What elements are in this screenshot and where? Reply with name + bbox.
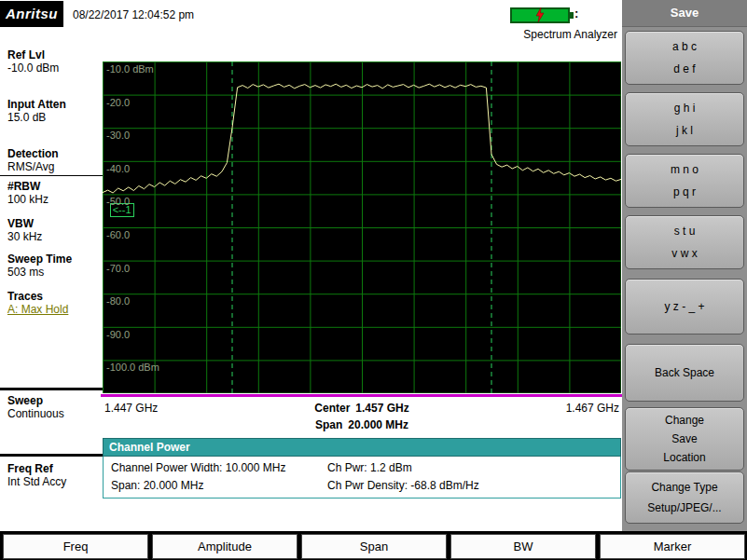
setting-detection: Detection RMS/Avg: [7, 147, 59, 173]
battery-icon: [510, 7, 570, 23]
setting-label: VBW: [7, 217, 42, 230]
softkey-stu-vwx[interactable]: s t u v w x: [625, 215, 744, 269]
y-axis-tick-label: -70.0: [106, 264, 130, 274]
anritsu-logo: Anritsu: [0, 1, 63, 27]
setting-sweep: Sweep Continuous: [7, 394, 64, 420]
setting-ref-level: Ref Lvl -10.0 dBm: [7, 48, 59, 75]
softkey-line: p q r: [673, 185, 696, 198]
setting-value: 15.0 dB: [7, 111, 66, 124]
menu-freq-button[interactable]: Freq: [3, 534, 148, 559]
menu-marker-button[interactable]: Marker: [600, 534, 745, 559]
settings-sidebar: Ref Lvl -10.0 dBm Input Atten 15.0 dB De…: [0, 28, 103, 531]
channel-power-panel: Channel Power Channel Power Width: 10.00…: [103, 438, 621, 499]
setting-label: Input Atten: [7, 98, 66, 111]
setting-freq-ref: Freq Ref Int Std Accy: [7, 462, 66, 488]
softkey-save[interactable]: Save: [622, 0, 747, 27]
setting-sweep-time: Sweep Time 503 ms: [7, 253, 72, 279]
datetime-text: 08/22/2017 12:04:52 pm: [73, 8, 194, 21]
setting-rbw: #RBW 100 kHz: [7, 180, 48, 206]
sidebar-divider: [0, 454, 103, 457]
y-axis-tick-label: -20.0: [106, 98, 130, 108]
setting-input-atten: Input Atten 15.0 dB: [7, 98, 66, 124]
battery-nub: [570, 12, 574, 19]
setting-value: 30 kHz: [7, 230, 42, 243]
softkey-back-space[interactable]: Back Space: [625, 344, 744, 402]
center-label: Center: [314, 402, 350, 415]
sidebar-divider: [0, 388, 103, 390]
softkey-line: Setup/JPEG/...: [647, 501, 721, 514]
spectrum-trace-svg: [103, 61, 621, 393]
y-axis-tick-label: -40.0: [106, 164, 130, 174]
softkey-yz-symbols[interactable]: y z - _ +: [625, 279, 744, 335]
softkey-line: Change Type: [651, 481, 717, 494]
channel-power-value: Ch Pwr: 1.2 dBm: [327, 461, 412, 474]
softkey-line: a b c: [672, 40, 697, 53]
y-axis-tick-label: -100.0 dBm: [106, 362, 159, 373]
setting-label: Traces: [7, 290, 68, 303]
setting-label: Sweep Time: [7, 253, 72, 266]
softkey-line: Change: [665, 414, 704, 427]
y-axis-tick-label: -60.0: [106, 230, 130, 240]
menu-amplitude-button[interactable]: Amplitude: [152, 534, 297, 559]
channel-power-body: Channel Power Width: 10.000 MHz Span: 20…: [103, 457, 621, 499]
softkey-line: s t u: [674, 225, 696, 238]
top-bar: Anritsu 08/22/2017 12:04:52 pm :: [0, 0, 622, 28]
bottom-menu-bar: Freq Amplitude Span BW Marker: [0, 531, 747, 560]
y-axis-tick-label: -90.0: [106, 330, 130, 340]
softkey-line: Back Space: [655, 366, 714, 379]
y-axis-tick-label: -10.0 dBm: [106, 64, 154, 75]
setting-value: 100 kHz: [7, 193, 48, 206]
spectrum-plot: <--1 -10.0 dBm-20.0-30.0-40.0-50.0-60.0-…: [103, 61, 621, 393]
softkey-line: y z - _ +: [664, 300, 704, 313]
channel-power-width: Channel Power Width: 10.000 MHz: [111, 461, 285, 474]
span-label: Span: [315, 418, 342, 431]
softkey-mno-pqr[interactable]: m n o p q r: [625, 154, 744, 208]
setting-value: Int Std Accy: [7, 475, 66, 488]
softkey-line: j k l: [676, 124, 693, 137]
center-freq-label: Center1.457 GHz: [103, 402, 621, 415]
setting-value: RMS/Avg: [7, 160, 59, 173]
battery-status-separator: :: [574, 7, 578, 20]
center-value: 1.457 GHz: [355, 402, 408, 415]
softkey-line: Save: [671, 432, 697, 445]
sidebar-divider: [0, 175, 103, 176]
channel-power-density: Ch Pwr Density: -68.8 dBm/Hz: [327, 479, 479, 492]
span-label-row: Span20.000 MHz: [103, 418, 621, 431]
plot-bottom-divider: [101, 394, 623, 397]
menu-bw-button[interactable]: BW: [450, 534, 596, 559]
softkey-column: Save a b c d e f g h i j k l m n o p q r…: [622, 0, 747, 531]
channel-power-title: Channel Power: [103, 438, 621, 457]
span-value: 20.000 MHz: [348, 418, 408, 431]
y-axis-tick-label: -50.0: [106, 197, 130, 207]
setting-value: -10.0 dBm: [7, 61, 59, 75]
trace-a-max-hold: A: Max Hold: [7, 303, 68, 316]
softkey-line: v w x: [671, 247, 697, 260]
setting-label: #RBW: [7, 180, 48, 193]
softkey-change-type[interactable]: Change Type Setup/JPEG/...: [625, 471, 744, 524]
softkey-line: d e f: [673, 62, 695, 75]
frequency-labels-row: 1.447 GHz Center1.457 GHz 1.467 GHz: [103, 402, 621, 417]
app-title: Spectrum Analyzer: [373, 28, 617, 41]
menu-span-button[interactable]: Span: [301, 534, 447, 559]
setting-label: Freq Ref: [7, 462, 66, 475]
charging-bolt-icon: [534, 7, 546, 22]
y-axis-tick-label: -30.0: [106, 130, 130, 141]
setting-value: Continuous: [7, 407, 64, 420]
setting-label: Detection: [7, 147, 59, 160]
softkey-line: m n o: [671, 163, 699, 176]
setting-label: Sweep: [7, 394, 64, 407]
setting-vbw: VBW 30 kHz: [7, 217, 42, 243]
softkey-abc-def[interactable]: a b c d e f: [625, 31, 744, 85]
setting-traces: Traces A: Max Hold: [7, 290, 68, 316]
y-axis-tick-label: -80.0: [106, 296, 130, 307]
softkey-line: g h i: [674, 102, 696, 115]
softkey-change-save-location[interactable]: Change Save Location: [625, 407, 744, 471]
softkey-line: Location: [663, 451, 705, 464]
setting-label: Ref Lvl: [7, 48, 59, 61]
channel-power-span: Span: 20.000 MHz: [111, 479, 203, 492]
softkey-ghi-jkl[interactable]: g h i j k l: [625, 92, 744, 146]
setting-value: 503 ms: [7, 266, 72, 279]
stop-freq-label: 1.467 GHz: [566, 402, 619, 415]
